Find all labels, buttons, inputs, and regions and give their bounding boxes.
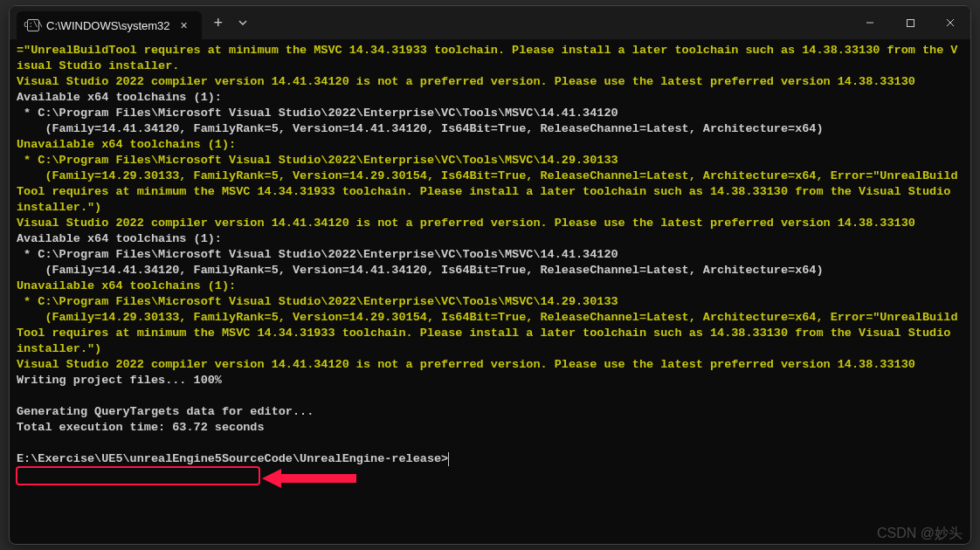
terminal-line: Visual Studio 2022 compiler version 14.4… [17, 357, 962, 373]
cursor [448, 452, 449, 466]
terminal-output[interactable]: ="UnrealBuildTool requires at minimum th… [10, 39, 970, 472]
close-icon [945, 17, 956, 28]
terminal-prompt[interactable]: E:\Exercise\UE5\unrealEngine5SourceCode\… [17, 451, 962, 467]
terminal-line: (Family=14.29.30133, FamilyRank=5, Versi… [17, 310, 962, 357]
prompt-text: E:\Exercise\UE5\unrealEngine5SourceCode\… [17, 451, 448, 467]
tab-active[interactable]: C:\\ C:\WINDOWS\system32 × [17, 11, 202, 39]
new-tab-button[interactable]: + [205, 10, 231, 36]
terminal-line: (Family=14.41.34120, FamilyRank=5, Versi… [17, 121, 962, 137]
titlebar[interactable]: C:\\ C:\WINDOWS\system32 × + [10, 6, 970, 39]
close-button[interactable] [930, 6, 970, 39]
maximize-button[interactable] [890, 6, 930, 39]
minimize-icon [865, 17, 875, 28]
terminal-line: * C:\Program Files\Microsoft Visual Stud… [17, 153, 962, 168]
tab-dropdown-button[interactable] [231, 10, 254, 36]
terminal-line: (Family=14.29.30133, FamilyRank=5, Versi… [17, 168, 962, 216]
terminal-line: * C:\Program Files\Microsoft Visual Stud… [17, 294, 962, 310]
terminal-line: Total execution time: 63.72 seconds [17, 420, 962, 436]
terminal-line: Visual Studio 2022 compiler version 14.4… [17, 216, 962, 231]
terminal-line: Available x64 toolchains (1): [17, 90, 962, 106]
terminal-line [17, 436, 962, 451]
cmd-icon: C:\\ [27, 19, 39, 31]
terminal-line: * C:\Program Files\Microsoft Visual Stud… [17, 247, 962, 263]
terminal-line: Visual Studio 2022 compiler version 14.4… [17, 74, 962, 90]
chevron-down-icon [238, 17, 248, 28]
svg-rect-1 [907, 19, 914, 26]
window-controls [850, 6, 970, 39]
terminal-line: * C:\Program Files\Microsoft Visual Stud… [17, 106, 962, 121]
tab-close-button[interactable]: × [177, 17, 191, 33]
terminal-line: Unavailable x64 toolchains (1): [17, 278, 962, 294]
minimize-button[interactable] [850, 6, 890, 39]
terminal-line: Writing project files... 100% [17, 373, 962, 388]
tab-title: C:\WINDOWS\system32 [46, 19, 170, 32]
maximize-icon [906, 18, 915, 28]
terminal-window: C:\\ C:\WINDOWS\system32 × + ="UnrealBui… [9, 5, 971, 545]
terminal-line: Generating QueryTargets data for editor.… [17, 404, 962, 420]
terminal-line [17, 388, 962, 404]
terminal-line: ="UnrealBuildTool requires at minimum th… [17, 43, 962, 74]
terminal-line: Unavailable x64 toolchains (1): [17, 137, 962, 153]
terminal-line: Available x64 toolchains (1): [17, 231, 962, 247]
terminal-line: (Family=14.41.34120, FamilyRank=5, Versi… [17, 263, 962, 278]
